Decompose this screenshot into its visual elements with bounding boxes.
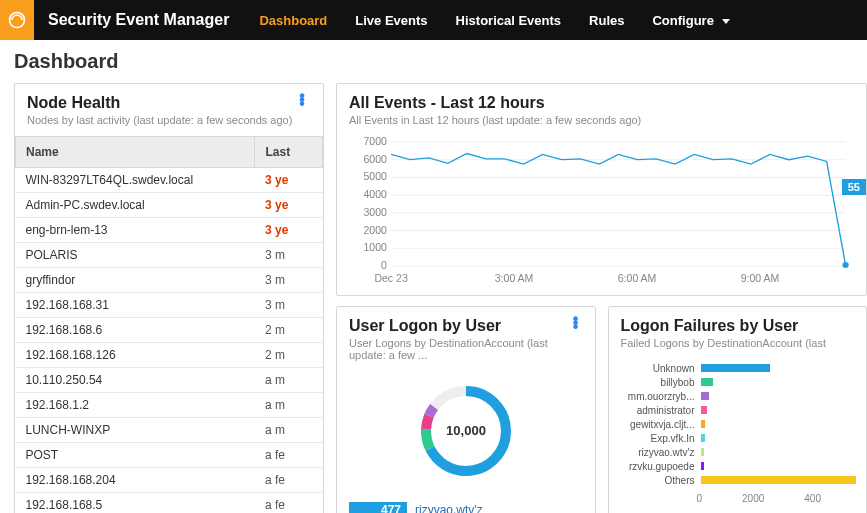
node-name: 192.168.1.2	[16, 393, 255, 418]
list-item[interactable]: Unknown	[619, 361, 857, 375]
panel-user-logon: User Logon by User User Logons by Destin…	[336, 306, 596, 513]
hbar-bar	[701, 392, 709, 400]
hbar-bar	[701, 448, 705, 456]
table-row[interactable]: Admin-PC.swdev.local3 ye	[16, 193, 323, 218]
hbar-label: Others	[619, 475, 701, 486]
node-name: 192.168.168.31	[16, 293, 255, 318]
node-name: 192.168.168.204	[16, 468, 255, 493]
hbar-bar	[701, 462, 704, 470]
table-row[interactable]: 192.168.168.5a fe	[16, 493, 323, 514]
node-name: 192.168.168.6	[16, 318, 255, 343]
logon-failures-subtitle: Failed Logons by DestinationAccount (las…	[621, 337, 826, 349]
table-row[interactable]: eng-brn-lem-133 ye	[16, 218, 323, 243]
hbar-bar	[701, 364, 771, 372]
hbar-label: rizyvao.wtv'z	[619, 447, 701, 458]
node-last: 3 m	[255, 243, 323, 268]
svg-text:3:00 AM: 3:00 AM	[495, 273, 534, 284]
node-last: a fe	[255, 443, 323, 468]
table-row[interactable]: 10.110.250.54a m	[16, 368, 323, 393]
list-item[interactable]: rzvku.gupoede	[619, 459, 857, 473]
table-row[interactable]: LUNCH-WINXPa m	[16, 418, 323, 443]
hbar-bar	[701, 476, 857, 484]
node-name: WIN-83297LT64QL.swdev.local	[16, 168, 255, 193]
panel-menu-button[interactable]: •••	[293, 94, 311, 106]
all-events-chart[interactable]: 01000200030004000500060007000 Dec 233:00…	[337, 132, 866, 295]
panel-logon-failures: Logon Failures by User Failed Logons by …	[608, 306, 868, 513]
col-name[interactable]: Name	[16, 137, 255, 168]
hbar-label: gewitxvja.cljt...	[619, 419, 701, 430]
table-row[interactable]: gryffindor3 m	[16, 268, 323, 293]
list-item[interactable]: Others	[619, 473, 857, 487]
table-row[interactable]: 192.168.168.1262 m	[16, 343, 323, 368]
node-name: POST	[16, 443, 255, 468]
svg-text:4000: 4000	[363, 189, 387, 200]
brand-logo[interactable]	[0, 0, 34, 40]
list-item[interactable]: rizyvao.wtv'z	[619, 445, 857, 459]
hbar-label: mm.ouorzryb...	[619, 391, 701, 402]
all-events-title: All Events - Last 12 hours	[349, 94, 641, 112]
svg-text:5000: 5000	[363, 172, 387, 183]
node-last: a m	[255, 393, 323, 418]
hbar-bar	[701, 434, 705, 442]
node-name: 192.168.168.5	[16, 493, 255, 514]
nav-configure-label: Configure	[652, 13, 713, 28]
node-name: gryffindor	[16, 268, 255, 293]
bar-value: 477	[349, 502, 407, 513]
nav-dashboard[interactable]: Dashboard	[259, 13, 327, 28]
hbar-bar	[701, 378, 713, 386]
page-title: Dashboard	[0, 40, 867, 83]
table-row[interactable]: 192.168.168.62 m	[16, 318, 323, 343]
svg-text:7000: 7000	[363, 136, 387, 147]
user-logon-toplist: 477rizyvao.wtv'z329billybob286root	[337, 502, 595, 513]
col-last[interactable]: Last	[255, 137, 323, 168]
nav-rules[interactable]: Rules	[589, 13, 624, 28]
svg-text:2000: 2000	[363, 225, 387, 236]
node-name: 10.110.250.54	[16, 368, 255, 393]
nav-historical-events[interactable]: Historical Events	[456, 13, 562, 28]
node-last: a m	[255, 368, 323, 393]
list-item[interactable]: Exp.vfk.In	[619, 431, 857, 445]
node-last: a m	[255, 418, 323, 443]
node-last: 3 ye	[255, 193, 323, 218]
panel-all-events: All Events - Last 12 hours All Events in…	[336, 83, 867, 296]
hbar-bar	[701, 406, 707, 414]
hbar-label: Exp.vfk.In	[619, 433, 701, 444]
node-last: 3 m	[255, 268, 323, 293]
svg-text:6000: 6000	[363, 154, 387, 165]
svg-point-17	[842, 262, 848, 268]
nav-links: Dashboard Live Events Historical Events …	[259, 13, 729, 28]
list-item[interactable]: billybob	[619, 375, 857, 389]
list-item[interactable]: mm.ouorzryb...	[619, 389, 857, 403]
svg-text:3000: 3000	[363, 207, 387, 218]
node-name: 192.168.168.126	[16, 343, 255, 368]
user-logon-donut[interactable]: 10,000	[337, 367, 595, 502]
dashboard-grid: Node Health Nodes by last activity (last…	[0, 83, 867, 513]
hbar-label: Unknown	[619, 363, 701, 374]
node-health-subtitle: Nodes by last activity (last update: a f…	[27, 114, 292, 126]
list-item[interactable]: 477rizyvao.wtv'z	[349, 502, 583, 513]
table-row[interactable]: 192.168.168.313 m	[16, 293, 323, 318]
axis-tick: 400	[804, 493, 821, 504]
table-row[interactable]: POLARIS3 m	[16, 243, 323, 268]
node-last: 3 ye	[255, 218, 323, 243]
node-name: eng-brn-lem-13	[16, 218, 255, 243]
node-last: a fe	[255, 493, 323, 514]
panel-menu-button[interactable]: •••	[568, 317, 582, 329]
nav-configure[interactable]: Configure	[652, 13, 729, 28]
table-row[interactable]: POSTa fe	[16, 443, 323, 468]
node-name: POLARIS	[16, 243, 255, 268]
panel-node-health: Node Health Nodes by last activity (last…	[14, 83, 324, 513]
table-row[interactable]: 192.168.1.2a m	[16, 393, 323, 418]
list-item[interactable]: gewitxvja.cljt...	[619, 417, 857, 431]
hbar-bar	[701, 420, 706, 428]
axis-tick: 0	[697, 493, 703, 504]
table-row[interactable]: WIN-83297LT64QL.swdev.local3 ye	[16, 168, 323, 193]
logon-failures-chart[interactable]: Unknownbillybobmm.ouorzryb...administrat…	[609, 355, 867, 491]
node-last: 2 m	[255, 318, 323, 343]
svg-text:1000: 1000	[363, 243, 387, 254]
node-last: a fe	[255, 468, 323, 493]
list-item[interactable]: administrator	[619, 403, 857, 417]
nav-live-events[interactable]: Live Events	[355, 13, 427, 28]
svg-text:6:00 AM: 6:00 AM	[618, 273, 657, 284]
table-row[interactable]: 192.168.168.204a fe	[16, 468, 323, 493]
